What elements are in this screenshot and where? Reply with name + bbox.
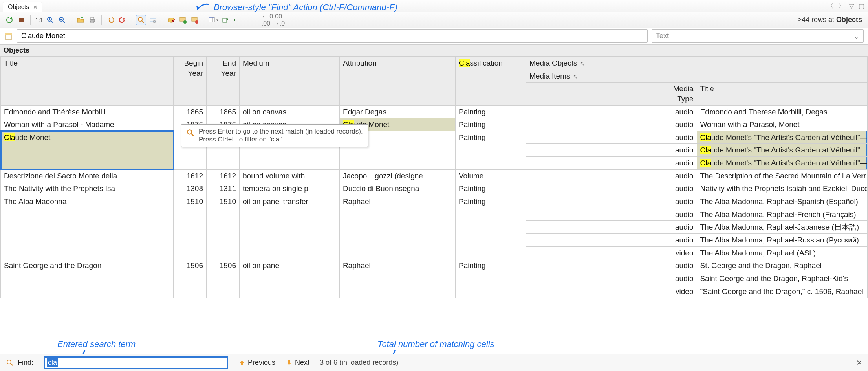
cell-media-type[interactable]: audio — [526, 182, 697, 195]
dropdown-icon[interactable]: ▽ — [848, 2, 855, 10]
cell-end[interactable]: 1612 — [207, 169, 240, 182]
header-attribution[interactable]: Attribution — [340, 57, 456, 106]
data-grid[interactable]: Title Begin Year End Year Medium Attribu… — [0, 57, 868, 354]
cell-medium[interactable]: oil on panel — [240, 259, 340, 298]
cell-media-type[interactable]: audio — [526, 157, 697, 170]
cell-media-title[interactable]: Woman with a Parasol, Monet — [697, 118, 868, 131]
cell-classification[interactable]: Painting — [456, 131, 526, 169]
cell-media-title[interactable]: The Description of the Sacred Mountain o… — [697, 169, 868, 182]
cell-media-title[interactable]: The Alba Madonna, Raphael-Spanish (Españ… — [697, 195, 868, 208]
nav-forward-icon[interactable]: 〉 — [837, 2, 845, 10]
indent-button[interactable] — [244, 15, 254, 25]
filter-panel-icon[interactable] — [4, 32, 13, 40]
cell-media-type[interactable]: audio — [526, 208, 697, 221]
cell-media-type[interactable]: audio — [526, 233, 697, 246]
decrease-decimal-button[interactable]: ←.0.00 — [262, 15, 272, 25]
cell-attribution[interactable]: Raphael — [340, 195, 456, 259]
undo-button[interactable] — [106, 15, 116, 25]
cell-title[interactable]: The Alba Madonna — [1, 195, 174, 259]
cell-end[interactable]: 1510 — [207, 195, 240, 259]
cell-media-type[interactable]: audio — [526, 118, 697, 131]
cell-media-title[interactable]: St. George and the Dragon, Raphael — [697, 259, 868, 272]
find-close-button[interactable]: ✕ — [856, 358, 862, 367]
cell-classification[interactable]: Painting — [456, 195, 526, 259]
stop-button[interactable] — [16, 15, 26, 25]
cell-media-type[interactable]: audio — [526, 259, 697, 272]
header-end-year[interactable]: End Year — [207, 57, 240, 106]
increase-decimal-button[interactable]: .00→.0 — [274, 15, 284, 25]
cell-media-title[interactable]: The Alba Madonna, Raphael (ASL) — [697, 246, 868, 259]
header-medium[interactable]: Medium — [240, 57, 340, 106]
find-input[interactable]: cla — [44, 356, 228, 369]
filter-type-dropdown[interactable]: Text ⌄ — [652, 29, 864, 43]
cell-begin[interactable]: 1510 — [174, 195, 207, 259]
cell-media-title[interactable]: "Saint George and the Dragon," c. 1506, … — [697, 285, 868, 298]
cell-medium[interactable]: bound volume with — [240, 169, 340, 182]
cell-classification[interactable]: Painting — [456, 105, 526, 118]
cell-attribution[interactable]: Duccio di Buoninsegna — [340, 182, 456, 195]
cell-media-title[interactable]: Nativity with the Prophets Isaiah and Ez… — [697, 182, 868, 195]
header-begin-year[interactable]: Begin Year — [174, 57, 207, 106]
cell-classification[interactable]: Painting — [456, 259, 526, 298]
header-title[interactable]: Title — [1, 57, 174, 106]
cell-media-type[interactable]: audio — [526, 105, 697, 118]
cell-begin[interactable]: 1308 — [174, 182, 207, 195]
cell-end[interactable]: 1311 — [207, 182, 240, 195]
cell-media-title[interactable]: Claude Monet's "The Artist's Garden at V… — [697, 144, 868, 157]
find-next-button[interactable]: Next — [286, 358, 309, 367]
open-button[interactable] — [75, 15, 86, 25]
find-previous-button[interactable]: Previous — [238, 358, 275, 367]
filter-input[interactable] — [17, 29, 648, 43]
maximize-icon[interactable]: ▢ — [858, 2, 865, 10]
cell-title[interactable]: The Nativity with the Prophets Isa — [1, 182, 174, 195]
cell-media-title[interactable]: Edmondo and Therese Morbilli, Degas — [697, 105, 868, 118]
delete-row-button[interactable] — [190, 15, 200, 25]
cell-end[interactable]: 1506 — [207, 259, 240, 298]
highlight-button[interactable] — [148, 15, 158, 25]
find-button[interactable] — [136, 15, 146, 25]
export-button[interactable] — [220, 15, 230, 25]
cell-begin[interactable]: 1865 — [174, 105, 207, 118]
cell-media-type[interactable]: audio — [526, 169, 697, 182]
tab-objects[interactable]: Objects ✕ — [3, 2, 42, 12]
cell-media-title[interactable]: Saint George and the Dragon, Raphael-Kid… — [697, 272, 868, 285]
cell-begin[interactable]: 1506 — [174, 259, 207, 298]
zoom-out-button[interactable] — [57, 15, 67, 25]
cell-media-type[interactable]: audio — [526, 144, 697, 157]
dedent-button[interactable] — [232, 15, 242, 25]
cell-medium[interactable]: oil on panel transfer — [240, 195, 340, 259]
cell-classification[interactable]: Painting — [456, 118, 526, 131]
cell-media-title[interactable]: Claude Monet's "The Artist's Garden at V… — [697, 131, 868, 144]
header-media-objects[interactable]: Media Objects ↖ — [526, 57, 868, 70]
cell-classification[interactable]: Painting — [456, 182, 526, 195]
cell-begin[interactable]: 1612 — [174, 169, 207, 182]
cell-media-type[interactable]: audio — [526, 195, 697, 208]
cell-media-title[interactable]: The Alba Madonna, Raphael-Russian (Русск… — [697, 233, 868, 246]
refresh-button[interactable] — [4, 15, 15, 25]
cell-media-title[interactable]: The Alba Madonna, Raphael-French (França… — [697, 208, 868, 221]
cell-medium[interactable]: tempera on single p — [240, 182, 340, 195]
cell-media-type[interactable]: video — [526, 285, 697, 298]
cell-title[interactable]: Woman with a Parasol - Madame — [1, 118, 174, 131]
cell-media-type[interactable]: video — [526, 246, 697, 259]
redo-button[interactable] — [117, 15, 128, 25]
header-media-title[interactable]: Title — [697, 83, 868, 105]
close-icon[interactable]: ✕ — [33, 4, 38, 10]
cell-media-title[interactable]: The Alba Madonna, Raphael-Japanese (日本語) — [697, 221, 868, 234]
cell-attribution[interactable]: Edgar Degas — [340, 105, 456, 118]
cell-media-type[interactable]: audio — [526, 131, 697, 144]
cell-title[interactable]: Claude Monet — [1, 131, 174, 169]
cell-media-type[interactable]: audio — [526, 221, 697, 234]
cell-medium[interactable]: oil on canvas — [240, 105, 340, 118]
add-row-button[interactable] — [178, 15, 188, 25]
nav-back-icon[interactable]: 〈 — [826, 2, 834, 10]
header-media-items[interactable]: Media Items ↖ — [526, 70, 868, 83]
edit-button[interactable] — [166, 15, 176, 25]
cell-media-title[interactable]: Claude Monet's "The Artist's Garden at V… — [697, 157, 868, 170]
cell-attribution[interactable]: Raphael — [340, 259, 456, 298]
cell-media-type[interactable]: audio — [526, 272, 697, 285]
cell-title[interactable]: Saint George and the Dragon — [1, 259, 174, 298]
cell-classification[interactable]: Volume — [456, 169, 526, 182]
cell-title[interactable]: Descrizione del Sacro Monte della — [1, 169, 174, 182]
zoom-in-button[interactable] — [45, 15, 55, 25]
